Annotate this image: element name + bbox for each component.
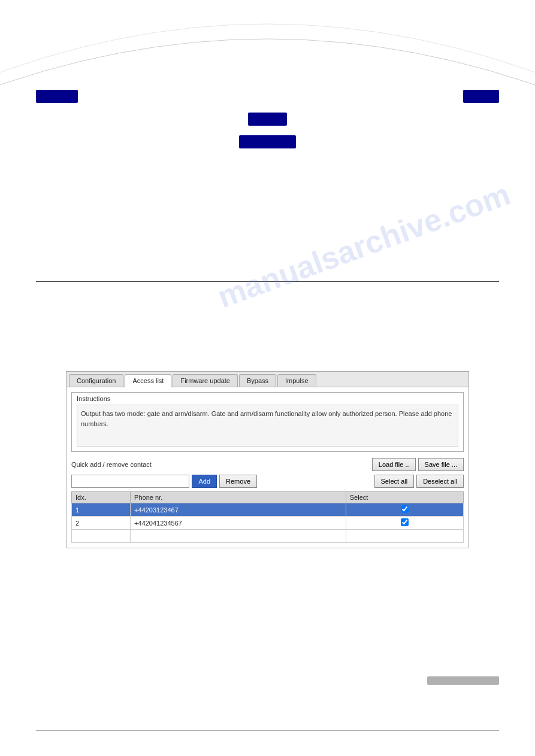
file-buttons: Load file .. Save file ... (372, 458, 464, 471)
cell-select[interactable] (346, 517, 463, 530)
input-add-remove-row: Add Remove Select all Deselect all (71, 475, 464, 488)
redacted-block-1 (36, 90, 78, 103)
quick-add-row: Quick add / remove contact Load file .. … (71, 458, 464, 471)
tab-access-list[interactable]: Access list (125, 374, 171, 387)
bottom-divider (36, 730, 499, 731)
load-file-button[interactable]: Load file .. (372, 458, 416, 471)
cell-idx: 2 (72, 517, 131, 530)
contact-table: Idx. Phone nr. Select 1+442031234672+442… (71, 491, 464, 543)
watermark: manualsarchive.com (213, 176, 515, 315)
table-row: 1+44203123467 (72, 503, 464, 517)
tab-bar: Configuration Access list Firmware updat… (67, 372, 468, 387)
tab-configuration[interactable]: Configuration (69, 374, 123, 387)
cell-phone: +442041234567 (131, 517, 346, 530)
col-header-select: Select (346, 492, 463, 503)
select-all-button[interactable]: Select all (374, 475, 415, 488)
table-row: 2+442041234567 (72, 517, 464, 530)
row-checkbox[interactable] (401, 518, 409, 526)
table-body: 1+442031234672+442041234567 (72, 503, 464, 543)
tab-impulse[interactable]: Impulse (277, 374, 316, 387)
row-checkbox[interactable] (401, 505, 409, 513)
quick-add-label: Quick add / remove contact (71, 461, 152, 468)
table-header-row: Idx. Phone nr. Select (72, 492, 464, 503)
cell-select[interactable] (346, 503, 463, 517)
decorative-arcs (0, 0, 535, 96)
phone-input[interactable] (71, 475, 189, 488)
cell-select[interactable] (346, 530, 463, 543)
deselect-all-button[interactable]: Deselect all (416, 475, 464, 488)
top-row-2 (36, 113, 499, 126)
instructions-text: Output has two mode: gate and arm/disarm… (77, 405, 458, 447)
table-row (72, 530, 464, 543)
tab-bypass[interactable]: Bypass (239, 374, 276, 387)
top-row-3 (36, 135, 499, 148)
bottom-section (36, 676, 499, 685)
redacted-block-2 (463, 90, 499, 103)
add-button[interactable]: Add (192, 475, 217, 488)
cell-idx (72, 530, 131, 543)
top-divider (36, 281, 499, 282)
instructions-label: Instructions (77, 395, 458, 402)
select-buttons: Select all Deselect all (374, 475, 464, 488)
main-panel: Configuration Access list Firmware updat… (66, 371, 469, 548)
save-file-button[interactable]: Save file ... (418, 458, 464, 471)
panel-body: Instructions Output has two mode: gate a… (67, 387, 468, 548)
instructions-group: Instructions Output has two mode: gate a… (71, 392, 464, 452)
col-header-phone: Phone nr. (131, 492, 346, 503)
cell-phone (131, 530, 346, 543)
tab-firmware-update[interactable]: Firmware update (173, 374, 238, 387)
redacted-block-4 (239, 135, 296, 148)
cell-phone: +44203123467 (131, 503, 346, 517)
bottom-redacted-block (427, 676, 499, 685)
table-header: Idx. Phone nr. Select (72, 492, 464, 503)
col-header-idx: Idx. (72, 492, 131, 503)
remove-button[interactable]: Remove (219, 475, 257, 488)
cell-idx: 1 (72, 503, 131, 517)
top-section (36, 90, 499, 158)
redacted-block-3 (248, 113, 287, 126)
top-row-1 (36, 90, 499, 103)
